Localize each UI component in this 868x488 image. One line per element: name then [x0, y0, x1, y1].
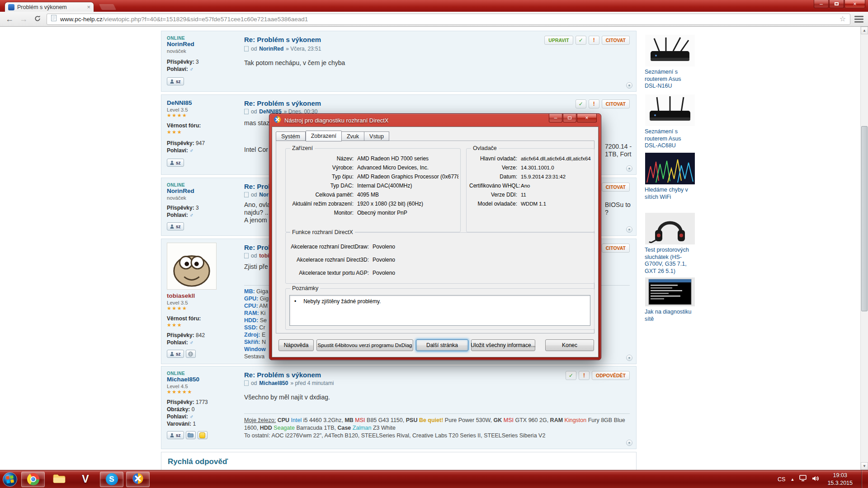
- router-image[interactable]: [645, 35, 695, 66]
- news-link[interactable]: Seznámení s routerem Asus DSL-N16U: [645, 69, 695, 90]
- yellow-badge-icon[interactable]: [198, 431, 208, 439]
- approve-button[interactable]: ✓: [566, 371, 576, 380]
- bookmark-star-icon[interactable]: ☆: [840, 15, 846, 23]
- top-link-icon[interactable]: [626, 355, 632, 361]
- notes-box[interactable]: •Nebyly zjištěny žádné problémy.: [289, 295, 590, 326]
- approve-button[interactable]: ✓: [576, 36, 586, 45]
- forward-icon[interactable]: →: [19, 15, 28, 23]
- window-close-button[interactable]: ×: [844, 0, 865, 8]
- browser-tab[interactable]: Problém s výkonem ×: [5, 2, 94, 12]
- dialog-maximize-button[interactable]: [563, 114, 576, 122]
- news-link[interactable]: Jak na diagnostiku sítě: [645, 309, 695, 323]
- signature: Moje železo: CPU Intel i5 4460 3.2Ghz, M…: [244, 413, 630, 440]
- taskbar-explorer-button[interactable]: [47, 472, 71, 487]
- tray-arrow-icon[interactable]: ▲: [790, 477, 794, 482]
- quote-button[interactable]: CITOVAT: [602, 99, 630, 108]
- private-message-button[interactable]: sz: [167, 431, 184, 439]
- dialog-tabs: Systém Zobrazení Zvuk Vstup: [276, 130, 389, 141]
- post-author-link[interactable]: Michael850: [167, 376, 241, 383]
- taskbar-chrome-button[interactable]: [21, 472, 45, 487]
- news-link[interactable]: Test prostorových sluchátek (HS-G700V, G…: [645, 247, 695, 275]
- news-link[interactable]: Hledáme chyby v sítích WiFi: [645, 187, 695, 201]
- quote-button[interactable]: CITOVAT: [602, 183, 630, 192]
- language-indicator[interactable]: CS: [778, 476, 785, 483]
- volume-icon[interactable]: [811, 475, 819, 483]
- private-message-button[interactable]: sz: [167, 159, 184, 167]
- dialog-minimize-button[interactable]: –: [549, 114, 562, 122]
- help-button[interactable]: Nápověda: [278, 339, 314, 351]
- gallery-folder-icon[interactable]: [186, 431, 196, 439]
- quote-button[interactable]: CITOVAT: [602, 36, 630, 45]
- router-image[interactable]: [645, 94, 695, 126]
- quote-button[interactable]: CITOVAT: [602, 244, 630, 253]
- headset-image[interactable]: [645, 213, 695, 244]
- post-profile: ONLINE NorinRed nováček Příspěvky: 3 Poh…: [167, 183, 241, 230]
- scrollbar-thumb[interactable]: [861, 126, 868, 311]
- approve-button[interactable]: ✓: [576, 99, 586, 108]
- post-subject-link[interactable]: Re: Problém s výkonem: [244, 99, 630, 107]
- top-link-icon[interactable]: [626, 440, 632, 446]
- back-icon[interactable]: ←: [5, 15, 14, 23]
- report-button[interactable]: !: [589, 99, 599, 108]
- check-icon: ✓: [579, 37, 583, 43]
- dialog-titlebar[interactable]: Nástroj pro diagnostiku rozhraní DirectX…: [269, 114, 601, 127]
- post-profile: tobiasekll Level 3.5 ★★★★ Věrnost fóru: …: [167, 243, 241, 358]
- save-all-info-button[interactable]: Uložit všechny informace...: [471, 339, 535, 351]
- website-icon[interactable]: [186, 350, 196, 358]
- post-author-link[interactable]: tobiasekll: [167, 292, 241, 299]
- scroll-down-icon[interactable]: ▼: [861, 462, 868, 470]
- tab-close-icon[interactable]: ×: [87, 4, 90, 10]
- dialog-close-button[interactable]: ×: [577, 114, 597, 122]
- edit-button[interactable]: UPRAVIT: [544, 36, 573, 45]
- report-button[interactable]: !: [589, 36, 599, 45]
- meta-author-link[interactable]: NorinRed: [259, 46, 283, 52]
- taskbar-media-player-button[interactable]: V: [74, 472, 97, 487]
- tab-system[interactable]: Systém: [276, 131, 306, 141]
- show-desktop-button[interactable]: [861, 470, 868, 488]
- tab-display[interactable]: Zobrazení: [306, 131, 342, 141]
- device-group: Zařízení Název:AMD Radeon HD 7000 series…: [285, 148, 461, 232]
- post-profile: DeNNI85 Level 3.5 ★★★★ Věrnost fóru: ★★★…: [167, 99, 241, 167]
- top-link-icon[interactable]: [626, 82, 632, 89]
- new-tab-button[interactable]: [99, 4, 116, 10]
- post-body-fragment: 7200.14 -: [605, 143, 632, 150]
- run-64bit-button[interactable]: Spustit 64bitovou verzi programu DxDiag: [316, 339, 413, 351]
- taskbar-clock[interactable]: 19:03 15.3.2015: [827, 472, 853, 487]
- meta-author-link[interactable]: Michael850: [259, 380, 288, 386]
- private-message-button[interactable]: sz: [167, 350, 184, 358]
- rank-stars: ★★★★: [167, 305, 241, 311]
- post-author-link[interactable]: NorinRed: [167, 188, 241, 194]
- top-link-icon[interactable]: [626, 226, 632, 233]
- private-message-button[interactable]: sz: [167, 222, 184, 230]
- post-author-link[interactable]: DeNNI85: [167, 99, 241, 106]
- menu-icon[interactable]: [854, 16, 863, 23]
- window-maximize-button[interactable]: [829, 0, 844, 8]
- display-icon[interactable]: [799, 475, 807, 483]
- taskbar-dxdiag-button[interactable]: [126, 472, 150, 487]
- user-stat: Příspěvky: 947: [167, 140, 241, 147]
- post-author-link[interactable]: NorinRed: [167, 41, 241, 47]
- reply-button[interactable]: ODPOVĚDĚT: [592, 371, 630, 380]
- terminal-image[interactable]: [645, 277, 695, 306]
- address-bar[interactable]: www.pc-help.cz/viewtopic.php?f=40&t=1518…: [47, 14, 850, 25]
- wifi-spectrum-image[interactable]: [645, 153, 695, 184]
- window-minimize-button[interactable]: –: [814, 0, 829, 8]
- news-link[interactable]: Seznámení s routerem Asus DSL-AC68U: [645, 128, 695, 150]
- scroll-up-icon[interactable]: ▲: [861, 27, 868, 34]
- avatar: [167, 243, 217, 290]
- report-button[interactable]: !: [579, 371, 590, 380]
- top-link-icon[interactable]: [626, 165, 632, 172]
- folder-icon: [52, 473, 66, 486]
- page-icon[interactable]: [51, 15, 57, 23]
- page-scrollbar[interactable]: ▲ ▼: [860, 27, 868, 470]
- loyalty-stars: ★★★: [167, 129, 241, 135]
- browser-titlebar: Problém s výkonem × – ×: [0, 0, 868, 12]
- exit-button[interactable]: Konec: [545, 339, 594, 351]
- private-message-button[interactable]: sz: [167, 77, 184, 85]
- tab-sound[interactable]: Zvuk: [342, 131, 364, 141]
- tab-input[interactable]: Vstup: [364, 131, 389, 141]
- taskbar-skype-button[interactable]: [100, 472, 123, 487]
- refresh-icon[interactable]: [33, 15, 42, 23]
- start-button[interactable]: [0, 470, 20, 488]
- next-page-button[interactable]: Další stránka: [416, 339, 468, 351]
